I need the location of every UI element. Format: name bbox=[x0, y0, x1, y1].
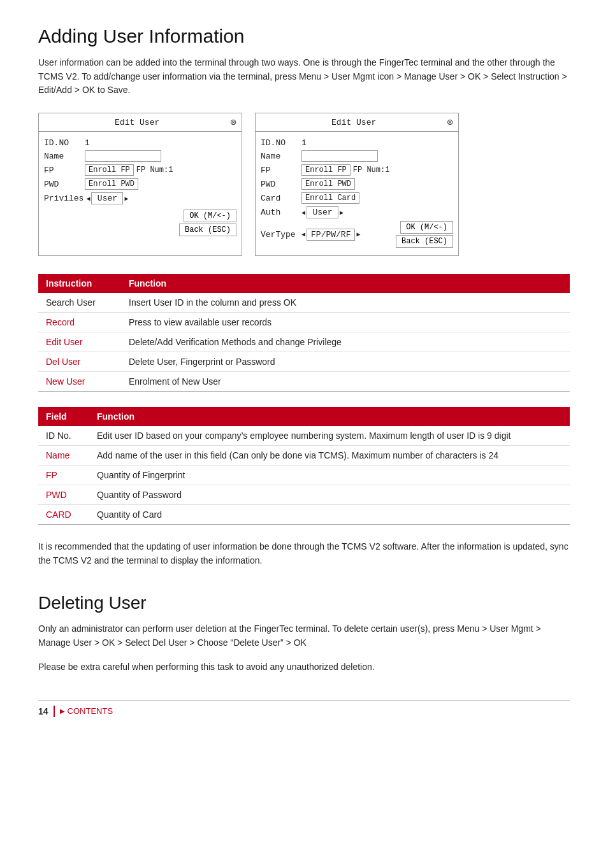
instruction-table-row: Edit UserDelete/Add Verification Methods… bbox=[38, 332, 570, 352]
terminal-field-fp: FP Enroll FP FP Num:1 bbox=[44, 164, 236, 176]
vertype-selector[interactable]: ◀ FP/PW/RF ▶ bbox=[301, 229, 360, 241]
field-table-row: NameAdd name of the user in this field (… bbox=[38, 446, 570, 466]
function-cell: Delete User, Fingerprint or Password bbox=[121, 352, 570, 372]
field-cell: FP bbox=[38, 466, 89, 485]
field-table-header-row: Field Function bbox=[38, 407, 570, 426]
function-cell: Insert User ID in the column and press O… bbox=[121, 293, 570, 313]
deleting-title: Deleting User bbox=[38, 593, 570, 613]
back-button-right[interactable]: Back (ESC) bbox=[396, 235, 453, 248]
page-title: Adding User Information bbox=[38, 25, 570, 47]
field-function-cell: Quantity of Card bbox=[89, 505, 570, 525]
field-cell: ID No. bbox=[38, 426, 89, 446]
terminal-right-body: ID.NO 1 Name FP Enroll FP FP Num:1 PWD E… bbox=[256, 132, 458, 255]
deleting-paragraph1: Only an administrator can perform user d… bbox=[38, 622, 570, 650]
terminal-right-field-auth: Auth ◀ User ▶ bbox=[261, 206, 453, 218]
page-footer: 14 ▶ CONTENTS bbox=[38, 700, 570, 717]
instruction-table-row: Search UserInsert User ID in the column … bbox=[38, 293, 570, 313]
name-label: Name bbox=[44, 152, 82, 161]
deleting-paragraph2: Please be extra careful when performing … bbox=[38, 660, 570, 674]
terminal-right-title: Edit User bbox=[261, 118, 447, 127]
right-fp-num: FP Num:1 bbox=[353, 166, 390, 174]
vertype-value: FP/PW/RF bbox=[307, 229, 355, 241]
function-cell: Press to view available user records bbox=[121, 313, 570, 332]
terminal-right-field-card: Card Enroll Card bbox=[261, 192, 453, 204]
right-enroll-pwd-btn[interactable]: Enroll PWD bbox=[301, 178, 355, 190]
terminal-left-body: ID.NO 1 Name FP Enroll FP FP Num:1 PWD E… bbox=[39, 132, 242, 241]
auth-right-arrow[interactable]: ▶ bbox=[340, 209, 344, 217]
terminal-left: Edit User ⊗ ID.NO 1 Name FP Enroll FP FP… bbox=[38, 113, 242, 256]
field-table-row: CARDQuantity of Card bbox=[38, 505, 570, 525]
field-function-cell: Quantity of Fingerprint bbox=[89, 466, 570, 485]
footer-contents[interactable]: ▶ CONTENTS bbox=[60, 706, 113, 716]
right-pwd-label: PWD bbox=[261, 180, 299, 189]
right-idno-label: ID.NO bbox=[261, 138, 299, 148]
right-idno-value: 1 bbox=[301, 138, 307, 148]
terminal-right-field-pwd: PWD Enroll PWD bbox=[261, 178, 453, 190]
terminal-field-priviles: Priviles ◀ User ▶ bbox=[44, 192, 236, 204]
auth-value: User bbox=[307, 206, 338, 218]
field-function-cell: Edit user ID based on your company’s emp… bbox=[89, 426, 570, 446]
priviles-selector[interactable]: ◀ User ▶ bbox=[86, 192, 128, 204]
back-button-left[interactable]: Back (ESC) bbox=[179, 224, 236, 236]
right-card-label: Card bbox=[261, 194, 299, 203]
field-function-cell: Quantity of Password bbox=[89, 485, 570, 505]
terminal-right-buttons: OK (M/<-) Back (ESC) bbox=[396, 221, 453, 248]
instruction-cell: Record bbox=[38, 313, 121, 332]
instruction-cell: Edit User bbox=[38, 332, 121, 352]
name-input[interactable] bbox=[85, 150, 161, 162]
field-table-row: PWDQuantity of Password bbox=[38, 485, 570, 505]
priviles-left-arrow[interactable]: ◀ bbox=[86, 195, 90, 203]
terminal-left-title: Edit User bbox=[44, 118, 230, 127]
function-cell: Delete/Add Verification Methods and chan… bbox=[121, 332, 570, 352]
field-cell: PWD bbox=[38, 485, 89, 505]
terminal-right-field-name: Name bbox=[261, 150, 453, 162]
right-fp-label: FP bbox=[261, 166, 299, 175]
terminal-field-pwd: PWD Enroll PWD bbox=[44, 178, 236, 190]
terminal-field-name: Name bbox=[44, 150, 236, 162]
terminal-row: Edit User ⊗ ID.NO 1 Name FP Enroll FP FP… bbox=[38, 113, 570, 256]
vertype-left-arrow[interactable]: ◀ bbox=[301, 231, 305, 238]
priviles-right-arrow[interactable]: ▶ bbox=[124, 195, 128, 203]
field-table-row: ID No.Edit user ID based on your company… bbox=[38, 426, 570, 446]
field-col-header: Field bbox=[38, 407, 89, 426]
auth-selector[interactable]: ◀ User ▶ bbox=[301, 206, 344, 218]
instruction-cell: Del User bbox=[38, 352, 121, 372]
vertype-right-arrow[interactable]: ▶ bbox=[356, 231, 360, 238]
idno-label: ID.NO bbox=[44, 138, 82, 148]
contents-label: CONTENTS bbox=[68, 706, 113, 716]
function-col-header: Function bbox=[121, 274, 570, 293]
right-auth-label: Auth bbox=[261, 208, 299, 217]
footer-divider bbox=[54, 706, 55, 717]
instruction-table-row: RecordPress to view available user recor… bbox=[38, 313, 570, 332]
enroll-fp-btn[interactable]: Enroll FP bbox=[85, 164, 134, 176]
right-enroll-card-btn[interactable]: Enroll Card bbox=[301, 192, 359, 204]
priviles-label: Priviles bbox=[44, 194, 83, 203]
right-vertype-label: VerType bbox=[261, 230, 299, 239]
page-number: 14 bbox=[38, 706, 48, 716]
right-enroll-fp-btn[interactable]: Enroll FP bbox=[301, 164, 351, 176]
instruction-table-row: New UserEnrolment of New User bbox=[38, 372, 570, 392]
ok-button-left[interactable]: OK (M/<-) bbox=[184, 210, 236, 222]
terminal-right-field-fp: FP Enroll FP FP Num:1 bbox=[261, 164, 453, 176]
terminal-right: Edit User ⊗ ID.NO 1 Name FP Enroll FP FP… bbox=[255, 113, 459, 256]
enroll-pwd-btn[interactable]: Enroll PWD bbox=[85, 178, 138, 190]
right-name-input[interactable] bbox=[301, 150, 378, 162]
fp-num: FP Num:1 bbox=[136, 166, 173, 174]
recommendation-paragraph: It is recommended that the updating of u… bbox=[38, 540, 570, 567]
terminal-right-field-idno: ID.NO 1 bbox=[261, 138, 453, 148]
instruction-table-header-row: Instruction Function bbox=[38, 274, 570, 293]
right-name-label: Name bbox=[261, 152, 299, 161]
idno-value: 1 bbox=[85, 138, 90, 148]
ok-button-right[interactable]: OK (M/<-) bbox=[400, 221, 453, 234]
function-cell: Enrolment of New User bbox=[121, 372, 570, 392]
terminal-left-close[interactable]: ⊗ bbox=[230, 116, 236, 129]
terminal-left-header: Edit User ⊗ bbox=[39, 113, 242, 132]
field-table: Field Function ID No.Edit user ID based … bbox=[38, 407, 570, 525]
terminal-right-close[interactable]: ⊗ bbox=[447, 116, 453, 129]
instruction-table-row: Del UserDelete User, Fingerprint or Pass… bbox=[38, 352, 570, 372]
field-function-cell: Add name of the user in this field (Can … bbox=[89, 446, 570, 466]
instruction-cell: Search User bbox=[38, 293, 121, 313]
auth-left-arrow[interactable]: ◀ bbox=[301, 209, 305, 217]
terminal-right-header: Edit User ⊗ bbox=[256, 113, 458, 132]
field-function-col-header: Function bbox=[89, 407, 570, 426]
